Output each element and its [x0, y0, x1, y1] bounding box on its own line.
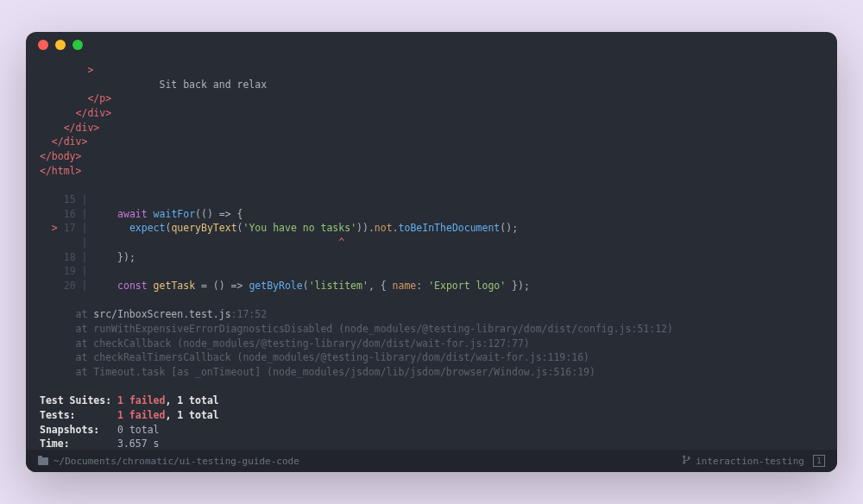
close-button[interactable] [38, 40, 48, 50]
statusbar-left: ~/Documents/chromatic/ui-testing-guide-c… [38, 456, 299, 467]
html-dump: > Sit back and relax </p> </div> </div> … [40, 64, 267, 177]
titlebar [26, 32, 837, 58]
code-context: 15 | 16 | await waitFor(() => { > 17 | e… [40, 193, 530, 292]
html-line: > [40, 64, 93, 76]
folder-icon [38, 457, 48, 465]
html-line: Sit back and relax [40, 79, 267, 91]
terminal-window: > Sit back and relax </p> </div> </div> … [26, 32, 837, 472]
cwd-path: ~/Documents/chromatic/ui-testing-guide-c… [54, 456, 299, 467]
error-caret: ^ [338, 236, 344, 249]
maximize-button[interactable] [72, 40, 83, 50]
html-line: </p> [40, 92, 111, 104]
branch-icon [682, 455, 691, 467]
html-line: </div> [40, 107, 111, 119]
html-line: </body> [40, 150, 81, 162]
statusbar-right: interaction-testing 1 [682, 455, 825, 467]
svg-point-1 [683, 462, 685, 463]
svg-point-0 [683, 456, 685, 457]
minimize-button[interactable] [55, 40, 66, 50]
test-summary: Test Suites: 1 failed, 1 total Tests: 1 … [40, 394, 309, 450]
tab-count-indicator[interactable]: 1 [813, 455, 825, 467]
stack-trace: at src/InboxScreen.test.js:17:52 at runW… [40, 308, 673, 378]
svg-point-2 [688, 457, 690, 458]
html-line: </div> [40, 122, 99, 134]
html-line: </html> [40, 165, 81, 177]
html-line: </div> [40, 135, 87, 148]
statusbar: ~/Documents/chromatic/ui-testing-guide-c… [26, 450, 837, 472]
git-branch-indicator[interactable]: interaction-testing [682, 455, 804, 467]
terminal-output[interactable]: > Sit back and relax </p> </div> </div> … [26, 58, 837, 450]
branch-name: interaction-testing [696, 456, 804, 467]
